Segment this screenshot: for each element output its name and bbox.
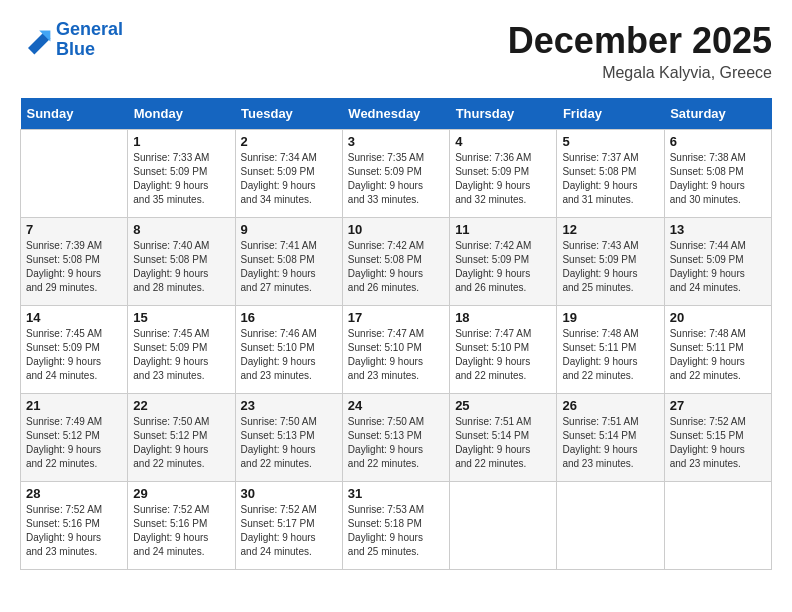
calendar-cell: 3Sunrise: 7:35 AM Sunset: 5:09 PM Daylig… [342, 130, 449, 218]
calendar-cell: 9Sunrise: 7:41 AM Sunset: 5:08 PM Daylig… [235, 218, 342, 306]
day-number: 7 [26, 222, 122, 237]
title-section: December 2025 Megala Kalyvia, Greece [508, 20, 772, 82]
day-number: 26 [562, 398, 658, 413]
calendar-header-row: SundayMondayTuesdayWednesdayThursdayFrid… [21, 98, 772, 130]
calendar-table: SundayMondayTuesdayWednesdayThursdayFrid… [20, 98, 772, 570]
calendar-cell [664, 482, 771, 570]
day-info: Sunrise: 7:41 AM Sunset: 5:08 PM Dayligh… [241, 239, 337, 295]
calendar-cell: 27Sunrise: 7:52 AM Sunset: 5:15 PM Dayli… [664, 394, 771, 482]
day-number: 31 [348, 486, 444, 501]
day-info: Sunrise: 7:43 AM Sunset: 5:09 PM Dayligh… [562, 239, 658, 295]
day-number: 15 [133, 310, 229, 325]
calendar-cell: 8Sunrise: 7:40 AM Sunset: 5:08 PM Daylig… [128, 218, 235, 306]
day-number: 25 [455, 398, 551, 413]
day-info: Sunrise: 7:39 AM Sunset: 5:08 PM Dayligh… [26, 239, 122, 295]
day-info: Sunrise: 7:34 AM Sunset: 5:09 PM Dayligh… [241, 151, 337, 207]
calendar-cell: 29Sunrise: 7:52 AM Sunset: 5:16 PM Dayli… [128, 482, 235, 570]
header-saturday: Saturday [664, 98, 771, 130]
calendar-cell: 6Sunrise: 7:38 AM Sunset: 5:08 PM Daylig… [664, 130, 771, 218]
header-tuesday: Tuesday [235, 98, 342, 130]
calendar-cell: 12Sunrise: 7:43 AM Sunset: 5:09 PM Dayli… [557, 218, 664, 306]
day-info: Sunrise: 7:48 AM Sunset: 5:11 PM Dayligh… [562, 327, 658, 383]
day-info: Sunrise: 7:42 AM Sunset: 5:08 PM Dayligh… [348, 239, 444, 295]
week-row-1: 1Sunrise: 7:33 AM Sunset: 5:09 PM Daylig… [21, 130, 772, 218]
calendar-cell [557, 482, 664, 570]
day-info: Sunrise: 7:49 AM Sunset: 5:12 PM Dayligh… [26, 415, 122, 471]
week-row-5: 28Sunrise: 7:52 AM Sunset: 5:16 PM Dayli… [21, 482, 772, 570]
day-info: Sunrise: 7:40 AM Sunset: 5:08 PM Dayligh… [133, 239, 229, 295]
calendar-cell: 10Sunrise: 7:42 AM Sunset: 5:08 PM Dayli… [342, 218, 449, 306]
calendar-cell: 21Sunrise: 7:49 AM Sunset: 5:12 PM Dayli… [21, 394, 128, 482]
calendar-cell: 23Sunrise: 7:50 AM Sunset: 5:13 PM Dayli… [235, 394, 342, 482]
day-number: 9 [241, 222, 337, 237]
day-number: 23 [241, 398, 337, 413]
week-row-2: 7Sunrise: 7:39 AM Sunset: 5:08 PM Daylig… [21, 218, 772, 306]
day-number: 5 [562, 134, 658, 149]
calendar-cell: 14Sunrise: 7:45 AM Sunset: 5:09 PM Dayli… [21, 306, 128, 394]
calendar-cell: 2Sunrise: 7:34 AM Sunset: 5:09 PM Daylig… [235, 130, 342, 218]
day-number: 6 [670, 134, 766, 149]
location-title: Megala Kalyvia, Greece [508, 64, 772, 82]
header-wednesday: Wednesday [342, 98, 449, 130]
calendar-cell: 20Sunrise: 7:48 AM Sunset: 5:11 PM Dayli… [664, 306, 771, 394]
calendar-cell: 25Sunrise: 7:51 AM Sunset: 5:14 PM Dayli… [450, 394, 557, 482]
calendar-cell: 16Sunrise: 7:46 AM Sunset: 5:10 PM Dayli… [235, 306, 342, 394]
header-sunday: Sunday [21, 98, 128, 130]
day-number: 24 [348, 398, 444, 413]
logo-line1: General [56, 19, 123, 39]
day-info: Sunrise: 7:52 AM Sunset: 5:16 PM Dayligh… [133, 503, 229, 559]
day-info: Sunrise: 7:33 AM Sunset: 5:09 PM Dayligh… [133, 151, 229, 207]
day-info: Sunrise: 7:48 AM Sunset: 5:11 PM Dayligh… [670, 327, 766, 383]
day-number: 10 [348, 222, 444, 237]
day-info: Sunrise: 7:53 AM Sunset: 5:18 PM Dayligh… [348, 503, 444, 559]
logo: General Blue [20, 20, 123, 60]
day-info: Sunrise: 7:47 AM Sunset: 5:10 PM Dayligh… [348, 327, 444, 383]
day-info: Sunrise: 7:52 AM Sunset: 5:16 PM Dayligh… [26, 503, 122, 559]
week-row-4: 21Sunrise: 7:49 AM Sunset: 5:12 PM Dayli… [21, 394, 772, 482]
calendar-cell: 30Sunrise: 7:52 AM Sunset: 5:17 PM Dayli… [235, 482, 342, 570]
calendar-cell: 7Sunrise: 7:39 AM Sunset: 5:08 PM Daylig… [21, 218, 128, 306]
day-info: Sunrise: 7:51 AM Sunset: 5:14 PM Dayligh… [455, 415, 551, 471]
calendar-cell: 11Sunrise: 7:42 AM Sunset: 5:09 PM Dayli… [450, 218, 557, 306]
calendar-cell: 28Sunrise: 7:52 AM Sunset: 5:16 PM Dayli… [21, 482, 128, 570]
day-info: Sunrise: 7:52 AM Sunset: 5:15 PM Dayligh… [670, 415, 766, 471]
calendar-cell: 15Sunrise: 7:45 AM Sunset: 5:09 PM Dayli… [128, 306, 235, 394]
day-number: 20 [670, 310, 766, 325]
page-header: General Blue December 2025 Megala Kalyvi… [20, 20, 772, 82]
day-number: 17 [348, 310, 444, 325]
day-info: Sunrise: 7:52 AM Sunset: 5:17 PM Dayligh… [241, 503, 337, 559]
calendar-cell: 26Sunrise: 7:51 AM Sunset: 5:14 PM Dayli… [557, 394, 664, 482]
day-number: 19 [562, 310, 658, 325]
day-number: 21 [26, 398, 122, 413]
day-info: Sunrise: 7:44 AM Sunset: 5:09 PM Dayligh… [670, 239, 766, 295]
week-row-3: 14Sunrise: 7:45 AM Sunset: 5:09 PM Dayli… [21, 306, 772, 394]
day-info: Sunrise: 7:42 AM Sunset: 5:09 PM Dayligh… [455, 239, 551, 295]
day-number: 27 [670, 398, 766, 413]
day-info: Sunrise: 7:46 AM Sunset: 5:10 PM Dayligh… [241, 327, 337, 383]
calendar-cell: 31Sunrise: 7:53 AM Sunset: 5:18 PM Dayli… [342, 482, 449, 570]
day-info: Sunrise: 7:36 AM Sunset: 5:09 PM Dayligh… [455, 151, 551, 207]
calendar-cell: 22Sunrise: 7:50 AM Sunset: 5:12 PM Dayli… [128, 394, 235, 482]
day-info: Sunrise: 7:50 AM Sunset: 5:13 PM Dayligh… [348, 415, 444, 471]
day-number: 4 [455, 134, 551, 149]
day-number: 28 [26, 486, 122, 501]
header-thursday: Thursday [450, 98, 557, 130]
day-info: Sunrise: 7:45 AM Sunset: 5:09 PM Dayligh… [26, 327, 122, 383]
day-number: 3 [348, 134, 444, 149]
day-number: 12 [562, 222, 658, 237]
calendar-cell [21, 130, 128, 218]
calendar-cell: 13Sunrise: 7:44 AM Sunset: 5:09 PM Dayli… [664, 218, 771, 306]
day-number: 11 [455, 222, 551, 237]
calendar-cell: 18Sunrise: 7:47 AM Sunset: 5:10 PM Dayli… [450, 306, 557, 394]
day-number: 13 [670, 222, 766, 237]
day-info: Sunrise: 7:51 AM Sunset: 5:14 PM Dayligh… [562, 415, 658, 471]
day-info: Sunrise: 7:50 AM Sunset: 5:12 PM Dayligh… [133, 415, 229, 471]
calendar-cell: 5Sunrise: 7:37 AM Sunset: 5:08 PM Daylig… [557, 130, 664, 218]
day-number: 22 [133, 398, 229, 413]
logo-icon [20, 24, 52, 56]
day-number: 14 [26, 310, 122, 325]
day-number: 29 [133, 486, 229, 501]
calendar-cell: 24Sunrise: 7:50 AM Sunset: 5:13 PM Dayli… [342, 394, 449, 482]
logo-text: General Blue [56, 20, 123, 60]
logo-line2: Blue [56, 39, 95, 59]
